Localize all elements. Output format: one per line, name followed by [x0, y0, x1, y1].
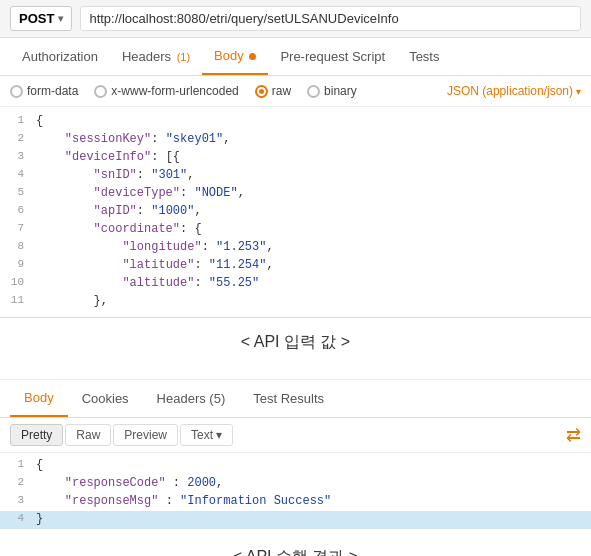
option-form-data[interactable]: form-data — [10, 84, 78, 98]
text-dropdown-chevron: ▾ — [216, 428, 222, 442]
code-line-5: 5 "deviceType": "NODE", — [0, 185, 591, 203]
code-line-3: 3 "deviceInfo": [{ — [0, 149, 591, 167]
resp-tab-headers[interactable]: Headers (5) — [143, 381, 240, 416]
option-urlencoded[interactable]: x-www-form-urlencoded — [94, 84, 238, 98]
tab-authorization[interactable]: Authorization — [10, 39, 110, 74]
response-section: Body Cookies Headers (5) Test Results Pr… — [0, 379, 591, 533]
resp-tab-test-results[interactable]: Test Results — [239, 381, 338, 416]
format-pretty[interactable]: Pretty — [10, 424, 63, 446]
spacer — [0, 363, 591, 379]
caption-top: < API 입력 값 > — [0, 318, 591, 363]
code-editor[interactable]: 1 { 2 "sessionKey": "skey01", 3 "deviceI… — [0, 107, 591, 318]
code-line-6: 6 "apID": "1000", — [0, 203, 591, 221]
format-bar: Pretty Raw Preview Text ▾ ⇄ — [0, 418, 591, 453]
tab-headers[interactable]: Headers (1) — [110, 39, 202, 74]
option-raw[interactable]: raw — [255, 84, 291, 98]
headers-badge: (1) — [177, 51, 190, 63]
code-line-2: 2 "sessionKey": "skey01", — [0, 131, 591, 149]
url-bar: POST ▾ — [0, 0, 591, 38]
code-line-7: 7 "coordinate": { — [0, 221, 591, 239]
code-line-11: 11 }, — [0, 293, 591, 311]
code-line-8: 8 "longitude": "1.253", — [0, 239, 591, 257]
tab-pre-request[interactable]: Pre-request Script — [268, 39, 397, 74]
radio-binary — [307, 85, 320, 98]
tab-tests[interactable]: Tests — [397, 39, 451, 74]
radio-raw — [255, 85, 268, 98]
tabs-row: Authorization Headers (1) Body Pre-reque… — [0, 38, 591, 76]
json-type-chevron: ▾ — [576, 86, 581, 97]
body-dot — [249, 53, 256, 60]
resp-tab-body[interactable]: Body — [10, 380, 68, 417]
code-line-9: 9 "latitude": "11.254", — [0, 257, 591, 275]
code-line-10: 10 "altitude": "55.25" — [0, 275, 591, 293]
response-tabs: Body Cookies Headers (5) Test Results — [0, 380, 591, 418]
caption-bottom: < API 수행 결과 > — [0, 533, 591, 556]
method-chevron: ▾ — [58, 13, 63, 24]
method-label: POST — [19, 11, 54, 26]
response-code: 1 { 2 "responseCode" : 2000, 3 "response… — [0, 453, 591, 533]
code-line-4: 4 "snID": "301", — [0, 167, 591, 185]
wrap-icon[interactable]: ⇄ — [566, 424, 581, 446]
format-preview[interactable]: Preview — [113, 424, 178, 446]
radio-form-data — [10, 85, 23, 98]
url-input[interactable] — [80, 6, 581, 31]
body-options: form-data x-www-form-urlencoded raw bina… — [0, 76, 591, 107]
option-binary[interactable]: binary — [307, 84, 357, 98]
json-type-selector[interactable]: JSON (application/json) ▾ — [447, 84, 581, 98]
resp-line-3: 3 "responseMsg" : "Information Success" — [0, 493, 591, 511]
code-line-1: 1 { — [0, 113, 591, 131]
resp-line-1: 1 { — [0, 457, 591, 475]
radio-urlencoded — [94, 85, 107, 98]
format-raw[interactable]: Raw — [65, 424, 111, 446]
resp-line-4: 4 } — [0, 511, 591, 529]
method-selector[interactable]: POST ▾ — [10, 6, 72, 31]
code-lines: 1 { 2 "sessionKey": "skey01", 3 "deviceI… — [0, 107, 591, 317]
text-dropdown[interactable]: Text ▾ — [180, 424, 233, 446]
tab-body[interactable]: Body — [202, 38, 268, 75]
resp-tab-cookies[interactable]: Cookies — [68, 381, 143, 416]
resp-line-2: 2 "responseCode" : 2000, — [0, 475, 591, 493]
